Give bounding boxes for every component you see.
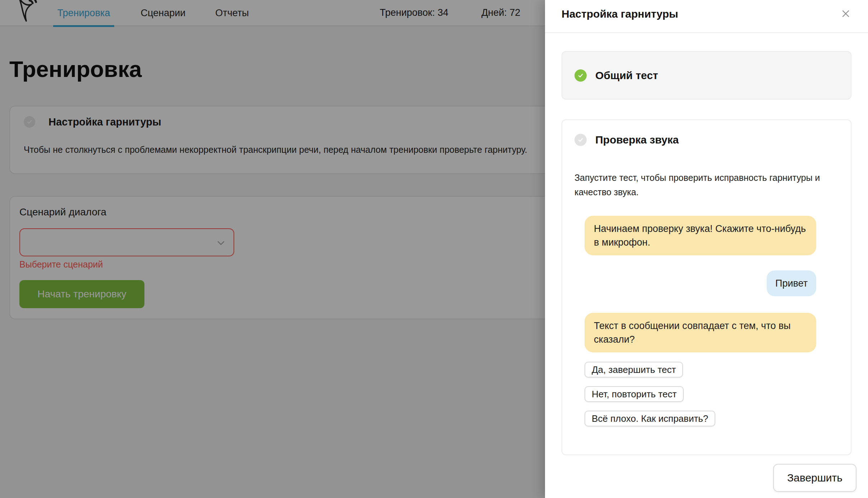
option-repeat-test-button[interactable]: Нет, повторить тест: [585, 386, 684, 402]
step-card-general-test[interactable]: Общий тест: [562, 51, 851, 100]
close-icon[interactable]: [839, 6, 853, 21]
check-circle-grey-icon: [574, 134, 587, 146]
check-circle-green-icon: [574, 69, 587, 82]
option-finish-test-button[interactable]: Да, завершить тест: [585, 362, 683, 378]
chat-bubble-bot: Начинаем проверку звука! Скажите что-ниб…: [585, 216, 816, 255]
option-how-to-fix-button[interactable]: Всё плохо. Как исправить?: [585, 411, 715, 426]
headset-setup-drawer: Настройка гарнитуры Общий тест Проверка …: [545, 0, 868, 498]
step-card-sound-check: Проверка звука Запустите тест, чтобы про…: [562, 119, 851, 455]
drawer-header: Настройка гарнитуры: [545, 0, 868, 33]
sound-check-chat: Начинаем проверку звука! Скажите что-ниб…: [585, 216, 816, 426]
sound-check-description: Запустите тест, чтобы проверить исправно…: [574, 170, 833, 199]
sound-check-header: Проверка звука: [574, 134, 839, 146]
chat-bubble-user: Привет: [767, 270, 816, 296]
step-general-test-title: Общий тест: [595, 69, 658, 82]
drawer-title: Настройка гарнитуры: [562, 8, 678, 20]
finish-button[interactable]: Завершить: [773, 464, 857, 492]
chat-bubble-bot: Текст в сообщении совпадает с тем, что в…: [585, 313, 816, 352]
drawer-body: Общий тест Проверка звука Запустите тест…: [545, 33, 868, 455]
step-sound-check-title: Проверка звука: [595, 134, 679, 146]
screen: Тренировка Сценарии Отчеты Тренировок: 3…: [0, 0, 868, 498]
